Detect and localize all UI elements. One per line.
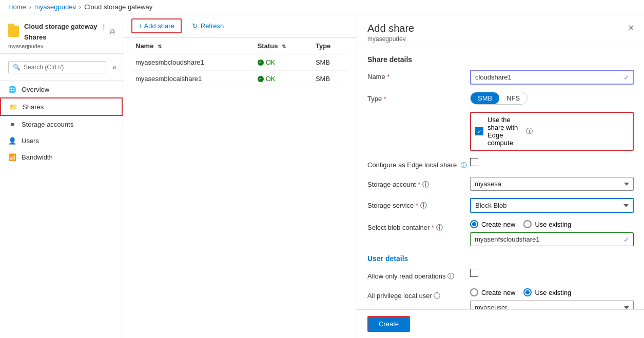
edge-local-label: Configure as Edge local share ⓘ xyxy=(367,158,470,170)
add-share-button[interactable]: + Add share xyxy=(131,18,182,33)
search-box[interactable]: 🔍 xyxy=(8,61,106,73)
edge-local-checkbox[interactable] xyxy=(470,158,478,166)
privilege-use-existing-radio[interactable] xyxy=(523,288,532,296)
privilege-label: All privilege local user ⓘ xyxy=(367,288,470,301)
allow-readonly-info-icon[interactable]: ⓘ xyxy=(447,272,454,280)
content-area: + Add share ↻ Refresh Name ⇅ Status ⇅ xyxy=(123,14,357,338)
blob-create-new-radio[interactable] xyxy=(470,220,478,228)
panel-subtitle: myasegpudev xyxy=(367,35,414,43)
privilege-control: Create new Use existing myaseuser xyxy=(470,288,634,309)
type-row: Type * SMB NFS xyxy=(367,92,634,105)
sidebar-item-shares[interactable]: 📁 Shares xyxy=(0,97,123,116)
sidebar-title-row: Cloud storage gateway | Shares ⎙ xyxy=(8,21,114,42)
close-button[interactable]: × xyxy=(628,23,634,33)
storage-account-row: Storage account * ⓘ myasesa xyxy=(367,177,634,191)
edge-compute-checkbox[interactable] xyxy=(475,127,483,135)
edge-compute-checkbox-row: Use the share with Edge compute ⓘ xyxy=(470,112,634,151)
table-row[interactable]: myasesmblocalshare1 OK SMB xyxy=(131,71,348,87)
shares-table: Name ⇅ Status ⇅ Type myases xyxy=(131,38,348,87)
blob-container-radio-group: Create new Use existing xyxy=(470,220,634,228)
share-icon: 📁 xyxy=(9,103,17,111)
allow-readonly-checkbox[interactable] xyxy=(470,269,478,277)
panel-scrollable: Share details Name * ✓ Type * xyxy=(357,47,644,309)
blob-use-existing-label: Use existing xyxy=(535,221,571,228)
page-title: Cloud storage gateway | Shares xyxy=(24,21,105,42)
sidebar-item-label: Storage accounts xyxy=(22,121,73,128)
sidebar-item-overview[interactable]: 🌐 Overview xyxy=(0,81,123,97)
storage-account-control: myasesa xyxy=(470,177,634,191)
privilege-row: All privilege local user ⓘ Create new Us… xyxy=(367,288,634,309)
edge-compute-row: Use the share with Edge compute ⓘ xyxy=(367,112,634,151)
storage-account-info-icon[interactable]: ⓘ xyxy=(422,181,429,188)
search-input[interactable] xyxy=(24,64,102,71)
blob-container-control: Create new Use existing ✓ xyxy=(470,220,634,246)
col-name[interactable]: Name ⇅ xyxy=(131,38,253,54)
blob-container-label: Select blob container * ⓘ xyxy=(367,220,470,232)
toolbar: + Add share ↻ Refresh xyxy=(123,14,357,38)
privilege-user-select[interactable]: myaseuser xyxy=(470,301,634,309)
create-button[interactable]: Create xyxy=(367,316,410,332)
bandwidth-icon: 📶 xyxy=(8,153,16,161)
privilege-create-new-radio[interactable] xyxy=(470,288,478,296)
type-toggle: SMB NFS xyxy=(470,92,528,105)
name-input[interactable] xyxy=(470,70,634,85)
row-type: SMB xyxy=(311,54,348,71)
name-label: Name * xyxy=(367,70,470,81)
sort-icon: ⇅ xyxy=(158,44,162,49)
panel-title: Add share xyxy=(367,23,414,34)
breadcrumb: Home › myasegpudev › Cloud storage gatew… xyxy=(0,0,644,14)
allow-readonly-row: Allow only read operations ⓘ xyxy=(367,269,634,281)
edge-compute-info-icon[interactable]: ⓘ xyxy=(526,127,629,136)
sidebar-item-label: Bandwidth xyxy=(22,153,53,161)
blob-value-input[interactable] xyxy=(470,232,634,246)
sidebar-header: Cloud storage gateway | Shares ⎙ myasegp… xyxy=(0,14,123,54)
refresh-icon: ↻ xyxy=(192,22,198,30)
name-control: ✓ xyxy=(470,70,634,85)
share-details-section: Share details xyxy=(367,55,634,64)
storage-icon: ≡ xyxy=(8,120,16,128)
col-status[interactable]: Status ⇅ xyxy=(253,38,311,54)
collapse-button[interactable]: « xyxy=(110,63,119,71)
blob-container-info-icon[interactable]: ⓘ xyxy=(436,224,443,231)
privilege-use-existing-option[interactable]: Use existing xyxy=(523,288,571,296)
breadcrumb-home[interactable]: Home xyxy=(8,3,26,11)
blob-checkmark-icon: ✓ xyxy=(623,235,630,244)
folder-icon xyxy=(8,26,19,37)
sidebar-item-label: Users xyxy=(22,137,39,145)
edge-compute-label xyxy=(367,112,470,115)
blob-create-new-option[interactable]: Create new xyxy=(470,220,515,228)
sidebar-item-users[interactable]: 👤 Users xyxy=(0,132,123,149)
blob-use-existing-radio[interactable] xyxy=(523,220,532,228)
sidebar-subtitle: myasegpudev xyxy=(8,43,114,49)
sort-icon: ⇅ xyxy=(282,44,286,49)
edge-local-info-icon[interactable]: ⓘ xyxy=(461,162,467,169)
storage-service-label: Storage service * ⓘ xyxy=(367,198,470,210)
edge-compute-text: Use the share with Edge compute xyxy=(487,116,522,147)
sidebar-item-storage-accounts[interactable]: ≡ Storage accounts xyxy=(0,116,123,132)
storage-service-info-icon[interactable]: ⓘ xyxy=(420,202,427,209)
refresh-button[interactable]: ↻ Refresh xyxy=(186,19,230,32)
sidebar-item-label: Shares xyxy=(23,103,44,111)
breadcrumb-device[interactable]: myasegpudev xyxy=(34,3,76,11)
sidebar-item-bandwidth[interactable]: 📶 Bandwidth xyxy=(0,149,123,165)
print-icon[interactable]: ⎙ xyxy=(110,27,114,35)
blob-use-existing-option[interactable]: Use existing xyxy=(523,220,571,228)
user-icon: 👤 xyxy=(8,136,16,145)
storage-service-select[interactable]: Block Blob xyxy=(470,198,634,213)
col-type[interactable]: Type xyxy=(311,38,348,54)
privilege-radio-group: Create new Use existing xyxy=(470,288,634,296)
privilege-info-icon[interactable]: ⓘ xyxy=(434,292,440,300)
row-name: myasesmbcloudshare1 xyxy=(131,54,253,71)
privilege-use-existing-label: Use existing xyxy=(535,289,571,296)
type-smb-button[interactable]: SMB xyxy=(471,92,499,104)
row-name: myasesmblocalshare1 xyxy=(131,71,253,87)
table-row[interactable]: myasesmbcloudshare1 OK SMB xyxy=(131,54,348,71)
storage-account-label: Storage account * ⓘ xyxy=(367,177,470,189)
type-control: SMB NFS xyxy=(470,92,634,105)
type-nfs-button[interactable]: NFS xyxy=(499,92,527,104)
storage-account-select[interactable]: myasesa xyxy=(470,177,634,191)
name-row: Name * ✓ xyxy=(367,70,634,85)
blob-container-row: Select blob container * ⓘ Create new Use… xyxy=(367,220,634,246)
privilege-create-new-option[interactable]: Create new xyxy=(470,288,515,296)
allow-readonly-label: Allow only read operations ⓘ xyxy=(367,269,470,281)
